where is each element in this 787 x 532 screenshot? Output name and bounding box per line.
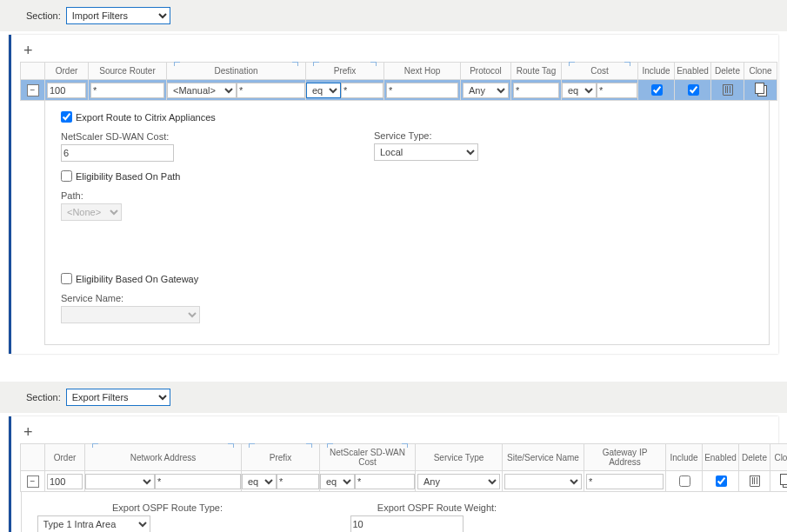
destination-select[interactable]: <Manual>: [167, 83, 237, 98]
col-protocol: Protocol: [461, 63, 511, 80]
export-citrix-checkbox[interactable]: [61, 111, 72, 123]
col-route-tag: Route Tag: [511, 63, 562, 80]
col-ns-cost: NetScaler SD-WAN Cost: [320, 444, 416, 471]
gateway-input[interactable]: [586, 474, 664, 489]
col-include: Include: [638, 63, 675, 80]
eligibility-gateway-label: Eligibility Based On Gateway: [76, 274, 198, 284]
header-row: Order Network Address Prefix NetScaler S…: [21, 444, 788, 471]
col-include: Include: [666, 444, 703, 471]
source-router-input[interactable]: [90, 83, 164, 98]
cost-op-select[interactable]: eq: [562, 83, 597, 98]
section-label: Section:: [26, 10, 61, 21]
include-checkbox[interactable]: [651, 84, 663, 96]
add-row-button[interactable]: +: [20, 422, 37, 443]
col-gateway-ip: Gateway IP Address: [584, 444, 666, 471]
col-site-service: Site/Service Name: [503, 444, 584, 471]
site-service-select[interactable]: [504, 474, 582, 489]
col-service-type: Service Type: [416, 444, 503, 471]
export-filters-grid: Order Network Address Prefix NetScaler S…: [20, 443, 787, 532]
enabled-checkbox[interactable]: [716, 475, 727, 487]
protocol-select[interactable]: Any: [463, 83, 509, 98]
route-type-label: Export OSPF Route Type:: [37, 502, 298, 513]
section-label: Section:: [26, 392, 61, 402]
export-citrix-label: Export Route to Citrix Appliances: [76, 112, 216, 123]
col-delete: Delete: [739, 444, 770, 471]
col-enabled: Enabled: [675, 63, 711, 80]
col-next-hop: Next Hop: [384, 63, 461, 80]
route-tag-input[interactable]: [513, 83, 559, 98]
path-label: Path:: [61, 190, 322, 201]
clone-icon[interactable]: [755, 83, 767, 96]
col-toggle: [21, 63, 45, 80]
next-hop-input[interactable]: [386, 83, 458, 98]
cost-input[interactable]: [597, 83, 637, 98]
service-type-select[interactable]: Local: [374, 143, 478, 161]
prefix-op-select[interactable]: eq: [306, 83, 341, 98]
eligibility-path-label: Eligibility Based On Path: [76, 171, 180, 182]
col-destination: Destination: [167, 63, 306, 80]
include-checkbox[interactable]: [679, 475, 690, 487]
col-enabled: Enabled: [703, 444, 739, 471]
destination-input[interactable]: [237, 83, 305, 98]
export-detail-panel: Export OSPF Route Type: Type 1 Intra Are…: [21, 491, 788, 532]
order-input[interactable]: [47, 83, 86, 98]
col-order: Order: [45, 63, 89, 80]
service-name-select: [61, 306, 200, 323]
col-source-router: Source Router: [89, 63, 167, 80]
order-input[interactable]: [47, 474, 83, 489]
network-select[interactable]: [85, 474, 155, 489]
collapse-toggle[interactable]: −: [27, 475, 39, 488]
import-filters-table-area: + Order Source Router Destination Prefix…: [9, 35, 778, 354]
path-select: <None>: [61, 203, 122, 221]
network-input[interactable]: [155, 474, 241, 489]
section-select-export[interactable]: Export Filters: [66, 389, 170, 406]
collapse-toggle[interactable]: −: [27, 84, 39, 96]
col-toggle: [21, 444, 45, 471]
col-cost: Cost: [562, 63, 638, 80]
route-type-select[interactable]: Type 1 Intra Area: [37, 515, 150, 532]
service-type-select[interactable]: Any: [417, 474, 500, 489]
trash-icon[interactable]: [722, 83, 734, 96]
cost-input[interactable]: [355, 474, 415, 489]
col-clone: Clone: [770, 444, 788, 471]
ns-cost-label: NetScaler SD-WAN Cost:: [61, 131, 322, 142]
clone-icon[interactable]: [780, 475, 788, 487]
import-filters-grid: Order Source Router Destination Prefix N…: [20, 62, 777, 101]
route-weight-input[interactable]: [350, 515, 464, 532]
enabled-checkbox[interactable]: [688, 84, 699, 96]
prefix-input[interactable]: [341, 83, 383, 98]
section-select-import[interactable]: Import Filters: [66, 7, 170, 24]
table-row[interactable]: −eqeqAny: [21, 471, 788, 492]
table-row[interactable]: − <Manual> eq Any: [21, 80, 777, 101]
col-network-address: Network Address: [85, 444, 242, 471]
prefix-op-select[interactable]: eq: [242, 474, 277, 489]
col-prefix: Prefix: [242, 444, 320, 471]
prefix-input[interactable]: [277, 474, 319, 489]
col-delete: Delete: [711, 63, 744, 80]
trash-icon[interactable]: [749, 475, 761, 487]
import-detail-panel: Export Route to Citrix Appliances NetSca…: [44, 100, 770, 345]
col-prefix: Prefix: [306, 63, 384, 80]
eligibility-path-checkbox[interactable]: [61, 170, 72, 182]
route-weight-label: Export OSPF Route Weight:: [350, 502, 524, 513]
service-name-label: Service Name:: [61, 293, 252, 303]
col-order: Order: [45, 444, 85, 471]
ns-cost-input[interactable]: [61, 144, 174, 162]
cost-op-select[interactable]: eq: [320, 474, 355, 489]
service-type-label: Service Type:: [374, 130, 513, 141]
export-filters-table-area: + Order Network Address Prefix NetScaler…: [9, 416, 778, 532]
header-row: Order Source Router Destination Prefix N…: [21, 63, 777, 80]
add-row-button[interactable]: +: [20, 40, 37, 62]
eligibility-gateway-checkbox[interactable]: [61, 273, 72, 284]
col-clone: Clone: [744, 63, 777, 80]
